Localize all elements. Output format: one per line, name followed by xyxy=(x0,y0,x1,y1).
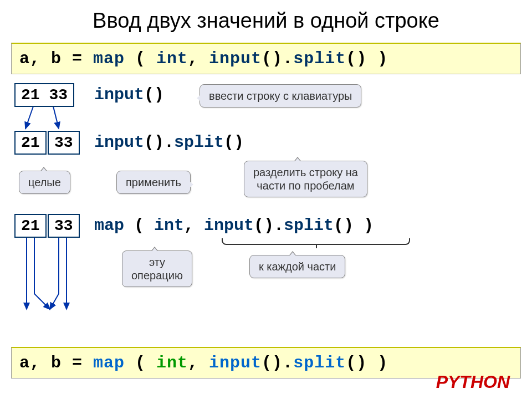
token-split: split xyxy=(174,133,224,152)
token-p1: (). xyxy=(144,133,174,152)
token-map: map xyxy=(93,49,125,68)
callout-split: разделить строку на части по пробелам xyxy=(244,161,367,197)
token-split: split xyxy=(293,49,346,68)
code-row1: input() xyxy=(94,85,164,104)
diagram-stage: 21 33 input() ввести строку с клавиатуры… xyxy=(11,78,521,344)
token-input: input xyxy=(94,85,144,104)
token-input: input xyxy=(209,49,262,68)
token-comma: , xyxy=(188,354,209,372)
svg-line-4 xyxy=(34,294,50,309)
token-parens: () xyxy=(144,85,164,104)
code-row3: map ( int, input().split() ) xyxy=(94,216,374,235)
code-row2: input().split() xyxy=(94,133,244,152)
code-bar-top: a, b = map ( int, input().split() ) xyxy=(11,43,521,74)
value-box-33-b: 33 xyxy=(48,214,80,238)
token-int: int xyxy=(156,49,188,68)
token-split: split xyxy=(293,354,346,372)
value-box-21-a: 21 xyxy=(14,131,47,155)
token-parens: (). xyxy=(262,49,293,68)
token-ab: a, b xyxy=(19,354,62,372)
token-open: ( xyxy=(124,216,154,235)
token-close: () ) xyxy=(346,354,388,372)
token-eq: = xyxy=(62,49,93,68)
token-input: input xyxy=(204,216,254,235)
token-map: map xyxy=(93,354,125,372)
callout-each-part: к каждой части xyxy=(249,255,345,278)
token-p1: (). xyxy=(254,216,284,235)
token-input: input xyxy=(94,133,144,152)
token-close: () ) xyxy=(346,49,388,68)
token-parens: (). xyxy=(262,354,293,372)
callout-int: целые xyxy=(19,171,70,194)
token-map: map xyxy=(94,216,124,235)
value-box-21-b: 21 xyxy=(14,214,47,238)
token-comma: , xyxy=(184,216,204,235)
callout-apply: применить xyxy=(116,171,191,194)
svg-line-6 xyxy=(50,294,59,309)
svg-line-1 xyxy=(53,106,59,129)
value-box-33-a: 33 xyxy=(48,131,80,155)
token-p2: () xyxy=(224,133,244,152)
token-comma: , xyxy=(188,49,209,68)
token-ab: a, b xyxy=(19,49,62,68)
token-open: ( xyxy=(125,354,156,372)
token-close: () ) xyxy=(334,216,374,235)
token-int: int xyxy=(154,216,184,235)
token-split: split xyxy=(284,216,334,235)
arrows-svg xyxy=(11,78,521,344)
callout-operation: эту операцию xyxy=(122,250,192,287)
brace-icon xyxy=(222,238,410,245)
svg-line-0 xyxy=(25,106,33,129)
python-label: PYTHON xyxy=(436,372,510,392)
token-open: ( xyxy=(125,49,156,68)
token-input: input xyxy=(209,354,262,372)
value-box-combined: 21 33 xyxy=(14,83,74,107)
callout-keyboard: ввести строку с клавиатуры xyxy=(200,84,361,108)
token-int: int xyxy=(156,354,188,372)
slide-title: Ввод двух значений в одной строке xyxy=(0,0,532,39)
token-eq: = xyxy=(62,354,93,372)
